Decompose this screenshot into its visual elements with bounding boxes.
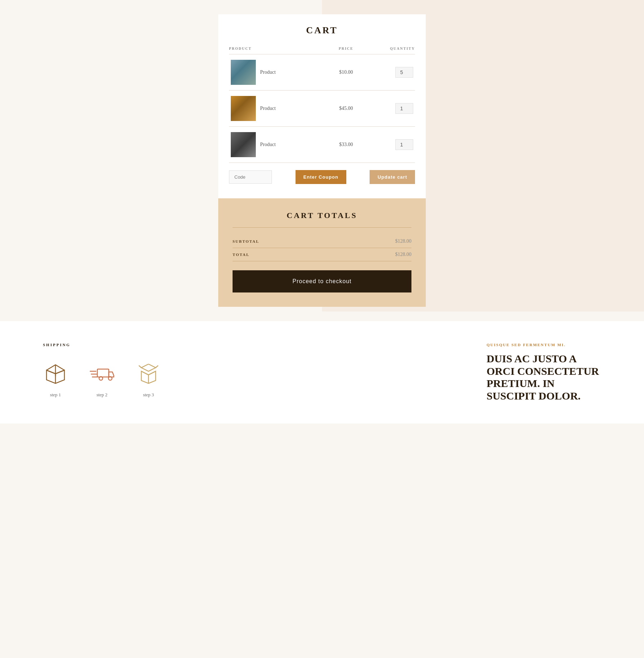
svg-rect-7 bbox=[97, 369, 109, 377]
cart-table-row: Product $45.00 bbox=[229, 91, 415, 127]
shipping-section: SHIPPING step 1 bbox=[0, 321, 644, 424]
cart-totals-title: CART TOTALS bbox=[233, 211, 411, 220]
cart-table-row: Product $10.00 bbox=[229, 54, 415, 91]
product-price: $33.00 bbox=[328, 127, 364, 163]
shipping-label: SHIPPING bbox=[43, 343, 465, 347]
product-cell: Product bbox=[231, 132, 327, 157]
subtotal-value: $128.00 bbox=[395, 238, 412, 244]
shipping-tagline: QUISQUE SED FERMENTUM MI. bbox=[487, 343, 601, 347]
cart-title: CART bbox=[229, 25, 415, 36]
cart-totals-section: CART TOTALS SUBTOTAL $128.00 TOTAL $128.… bbox=[218, 198, 426, 307]
subtotal-label: SUBTOTAL bbox=[233, 239, 259, 243]
product-name: Product bbox=[260, 106, 276, 111]
update-cart-button[interactable]: Update cart bbox=[370, 170, 415, 184]
shipping-right: QUISQUE SED FERMENTUM MI. DUIS AC JUSTO … bbox=[487, 343, 601, 402]
svg-line-2 bbox=[55, 370, 64, 374]
step-1-label: step 1 bbox=[50, 392, 61, 398]
coupon-input[interactable] bbox=[229, 170, 272, 184]
total-label: TOTAL bbox=[233, 252, 250, 257]
svg-line-1 bbox=[47, 370, 55, 374]
product-price: $10.00 bbox=[328, 54, 364, 91]
coupon-row: Enter Coupon Update cart bbox=[229, 170, 415, 184]
col-product: PRODUCT bbox=[229, 47, 328, 54]
quantity-input[interactable] bbox=[395, 139, 413, 150]
shipping-left: SHIPPING step 1 bbox=[43, 343, 465, 398]
open-box-icon bbox=[136, 361, 161, 386]
cart-container: CART PRODUCT PRICE QUANTITY Product $10.… bbox=[218, 14, 426, 198]
quantity-input[interactable] bbox=[395, 103, 413, 114]
shipping-step-1: step 1 bbox=[43, 361, 68, 398]
shipping-step-3: step 3 bbox=[136, 361, 161, 398]
product-cell: Product bbox=[231, 96, 327, 121]
shipping-steps: step 1 step 2 bbox=[43, 361, 465, 398]
box-icon bbox=[43, 361, 68, 386]
step-3-label: step 3 bbox=[143, 392, 154, 398]
product-cell: Product bbox=[231, 60, 327, 85]
step-2-label: step 2 bbox=[97, 392, 108, 398]
shipping-headline: DUIS AC JUSTO A ORCI CONSECTETUR PRETIUM… bbox=[487, 353, 601, 402]
total-value: $128.00 bbox=[395, 252, 412, 257]
cart-table: PRODUCT PRICE QUANTITY Product $10.00 bbox=[229, 47, 415, 163]
totals-divider bbox=[233, 227, 411, 228]
col-price: PRICE bbox=[328, 47, 364, 54]
shipping-step-2: step 2 bbox=[89, 361, 114, 398]
col-quantity: QUANTITY bbox=[364, 47, 415, 54]
enter-coupon-button[interactable]: Enter Coupon bbox=[296, 170, 346, 184]
product-name: Product bbox=[260, 69, 276, 75]
product-image bbox=[231, 132, 256, 157]
product-name: Product bbox=[260, 142, 276, 147]
product-image bbox=[231, 96, 256, 121]
product-image bbox=[231, 60, 256, 85]
quantity-input[interactable] bbox=[395, 67, 413, 78]
cart-table-row: Product $33.00 bbox=[229, 127, 415, 163]
total-row: TOTAL $128.00 bbox=[233, 248, 411, 261]
proceed-to-checkout-button[interactable]: Proceed to checkout bbox=[233, 270, 411, 292]
subtotal-row: SUBTOTAL $128.00 bbox=[233, 235, 411, 248]
truck-icon bbox=[89, 361, 114, 386]
product-price: $45.00 bbox=[328, 91, 364, 127]
